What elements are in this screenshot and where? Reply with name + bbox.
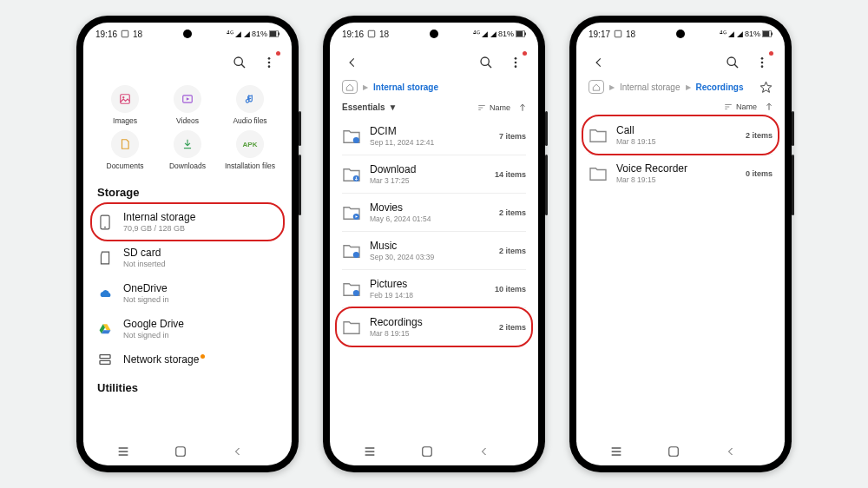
notification-dot [523,51,527,56]
folder-recordings[interactable]: RecordingsMar 8 19:15 2 items [330,308,538,346]
category-documents[interactable]: Documents [95,130,155,170]
onedrive-icon [98,288,112,299]
breadcrumb-home[interactable] [589,80,604,94]
folder-sub: Mar 8 19:15 [616,175,737,184]
category-apk[interactable]: APK Installation files [220,130,279,170]
search-icon [726,56,740,69]
folder-title: Pictures [370,278,486,290]
phone-2: 19:16 18 ⁴ᴳ ◢ ◢ 81% [323,16,545,472]
arrow-up-icon [766,102,773,111]
status-time: 19:16 [342,30,364,39]
svg-line-46 [734,64,738,68]
svg-rect-22 [516,31,523,36]
folder-title: DCIM [370,125,490,137]
svg-point-49 [761,65,764,68]
battery-icon [516,30,526,37]
sort-label: Name [736,102,757,111]
storage-heading: Storage [83,182,292,204]
sort-direction[interactable] [766,102,773,111]
folder-pictures[interactable]: PicturesFeb 19 14:18 10 items [330,270,538,307]
svg-point-24 [481,57,489,65]
folder-title: Recordings [370,316,490,328]
network-icon [98,353,112,366]
svg-point-13 [104,226,106,228]
folder-sub: Mar 8 19:15 [370,329,490,338]
home-button[interactable] [421,445,447,458]
home-button[interactable] [174,445,201,458]
folder-title: Music [370,240,490,252]
sort-direction[interactable] [519,103,526,112]
category-downloads[interactable]: Downloads [158,130,217,170]
back-button[interactable] [233,445,259,458]
svg-point-8 [268,65,271,68]
breadcrumb-internal-storage[interactable]: Internal storage [620,82,681,92]
svg-rect-2 [270,31,277,36]
breadcrumb-internal-storage[interactable]: Internal storage [373,82,438,92]
favorite-button[interactable] [760,81,773,94]
recent-apps-button[interactable] [116,445,142,458]
chevron-down-icon: ▼ [388,102,397,112]
more-button[interactable] [752,52,773,73]
category-images[interactable]: Images [95,85,155,125]
folder-movies[interactable]: MoviesMay 6, 2024 01:54 2 items [330,194,538,231]
folder-music[interactable]: MusicSep 30, 2024 03:39 2 items [330,232,538,269]
svg-rect-19 [176,447,186,457]
notification-dot [276,51,280,56]
svg-rect-56 [669,447,679,457]
storage-onedrive[interactable]: OneDrive Not signed in [83,275,292,311]
folder-count: 2 items [499,208,526,217]
category-grid: Images Videos Audio files Documents Down… [83,76,292,182]
folder-download[interactable]: DownloadMar 3 17:25 14 items [330,155,538,193]
home-icon [592,83,601,91]
image-icon [367,30,376,38]
svg-point-7 [268,62,271,64]
sort-icon [724,103,733,110]
toolbar [576,45,785,76]
folder-icon [342,281,361,297]
storage-sdcard[interactable]: SD card Not inserted [83,240,292,275]
folder-voice-recorder[interactable]: Voice RecorderMar 8 19:15 0 items [576,155,785,192]
back-button[interactable] [726,445,752,458]
storage-googledrive[interactable]: Google Drive Not signed in [83,311,292,346]
folder-title: Download [370,163,486,175]
svg-rect-0 [122,30,128,37]
signal-icons: ⁴ᴳ ◢ ◢ [473,30,496,38]
breadcrumb-recordings[interactable]: Recordings [696,82,744,92]
svg-point-6 [268,57,271,60]
status-notif-count: 18 [626,30,635,39]
folder-dcim[interactable]: DCIMSep 11, 2024 12:41 7 items [330,117,538,155]
back-button[interactable] [342,52,363,73]
breadcrumb-separator: ▶ [686,83,691,91]
recent-apps-button[interactable] [363,445,389,458]
signal-icons: ⁴ᴳ ◢ ◢ [720,30,743,38]
breadcrumb-home[interactable] [342,80,358,94]
folder-list: DCIMSep 11, 2024 12:41 7 items DownloadM… [330,117,538,346]
storage-internal[interactable]: Internal storage 70,9 GB / 128 GB [83,204,292,240]
more-button[interactable] [259,52,279,73]
search-button[interactable] [229,52,250,73]
image-icon [614,30,622,38]
essentials-filter[interactable]: Essentials ▼ [342,102,397,112]
search-button[interactable] [722,52,743,73]
breadcrumb: ▶ Internal storage [330,76,538,101]
category-label: Images [95,116,155,125]
folder-call[interactable]: CallMar 8 19:15 2 items [576,116,785,154]
status-notif-count: 18 [379,30,389,39]
svg-point-32 [353,136,359,142]
sort-control[interactable]: Name [724,102,757,111]
category-audio[interactable]: Audio files [220,85,279,125]
chevron-left-icon [346,56,358,69]
more-button[interactable] [505,52,526,73]
storage-network[interactable]: Network storage [83,346,292,373]
search-button[interactable] [476,52,496,73]
category-label: Downloads [158,162,217,170]
home-button[interactable] [667,445,694,458]
back-button[interactable] [479,445,505,458]
category-videos[interactable]: Videos [158,85,217,125]
phone-1: 19:16 18 ⁴ᴳ ◢ ◢ 81% [76,16,299,472]
back-button[interactable] [589,52,609,73]
downloads-icon [181,138,194,150]
recent-apps-button[interactable] [609,445,635,458]
sort-row: Name [576,101,785,116]
sort-control[interactable]: Name [477,103,510,112]
